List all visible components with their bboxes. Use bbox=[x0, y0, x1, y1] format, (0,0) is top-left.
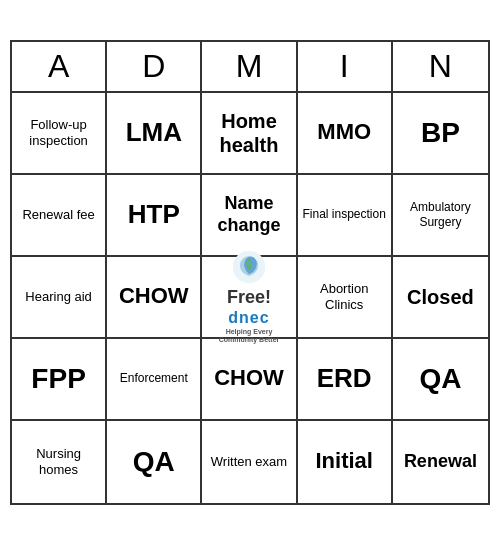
cell-1[interactable]: LMA bbox=[107, 93, 202, 175]
cell-10[interactable]: Hearing aid bbox=[12, 257, 107, 339]
header-i: I bbox=[298, 42, 393, 91]
cell-4[interactable]: BP bbox=[393, 93, 488, 175]
header-row: A D M I N bbox=[12, 42, 488, 93]
cell-18[interactable]: ERD bbox=[298, 339, 393, 421]
cell-23[interactable]: Initial bbox=[298, 421, 393, 503]
cell-8[interactable]: Final inspection bbox=[298, 175, 393, 257]
cell-5[interactable]: Renewal fee bbox=[12, 175, 107, 257]
cell-3[interactable]: MMO bbox=[298, 93, 393, 175]
cell-22[interactable]: Written exam bbox=[202, 421, 297, 503]
bingo-card: A D M I N Follow-up inspection LMA Home … bbox=[10, 40, 490, 505]
cell-7[interactable]: Name change bbox=[202, 175, 297, 257]
cell-14[interactable]: Closed bbox=[393, 257, 488, 339]
cell-16[interactable]: Enforcement bbox=[107, 339, 202, 421]
cell-13[interactable]: Abortion Clinics bbox=[298, 257, 393, 339]
cell-12-free[interactable]: Free! dnec Helping Every Community Bette… bbox=[202, 257, 297, 339]
cell-24[interactable]: Renewal bbox=[393, 421, 488, 503]
header-d: D bbox=[107, 42, 202, 91]
free-text: Free! bbox=[227, 287, 271, 309]
cell-9[interactable]: Ambulatory Surgery bbox=[393, 175, 488, 257]
dnec-svg-icon bbox=[231, 249, 267, 285]
bingo-grid: Follow-up inspection LMA Home health MMO… bbox=[12, 93, 488, 503]
cell-2[interactable]: Home health bbox=[202, 93, 297, 175]
cell-21[interactable]: QA bbox=[107, 421, 202, 503]
header-m: M bbox=[202, 42, 297, 91]
dnec-logo: Free! dnec Helping Every Community Bette… bbox=[214, 249, 284, 345]
cell-20[interactable]: Nursing homes bbox=[12, 421, 107, 503]
header-a: A bbox=[12, 42, 107, 91]
cell-17[interactable]: CHOW bbox=[202, 339, 297, 421]
cell-19[interactable]: QA bbox=[393, 339, 488, 421]
cell-0[interactable]: Follow-up inspection bbox=[12, 93, 107, 175]
cell-11[interactable]: CHOW bbox=[107, 257, 202, 339]
header-n: N bbox=[393, 42, 488, 91]
dnec-text: dnec bbox=[228, 308, 269, 327]
cell-15[interactable]: FPP bbox=[12, 339, 107, 421]
cell-6[interactable]: HTP bbox=[107, 175, 202, 257]
